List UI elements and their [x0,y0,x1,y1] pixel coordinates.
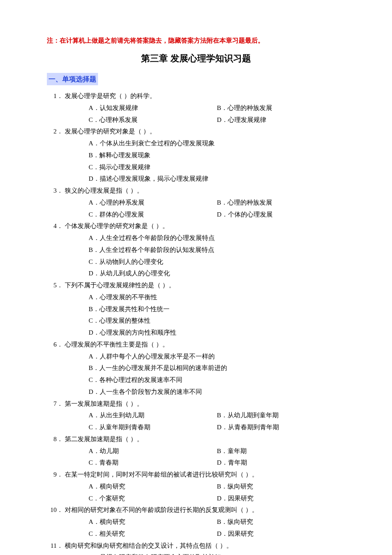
option-key: D． [217,530,228,537]
option: B．心理的种族发展 [217,102,345,114]
question-number: 5． [47,280,65,292]
option: C．从动物到人的心理变化 [89,256,345,268]
options-group: A．认知发展规律B．心理的种族发展C．心理种系发展D．心理发展规律 [47,102,345,126]
option-value: 解释心理发展现象 [99,152,150,159]
options-group: A．人生全过程各个年龄阶段的心理发展特点B．人生全过程各个年龄阶段的认知发展特点… [47,232,345,280]
option-key: B． [217,199,228,206]
option-key: B． [217,483,228,490]
option: D．从青春期到青年期 [217,422,345,434]
hide-answer-note: 注：在计算机上做题之前请先将答案隐去，隐藏答案方法附在本章习题最后。 [47,35,345,47]
option-key: C． [89,164,99,171]
option: A．心理发展的不平衡性 [89,292,345,304]
option-key: C． [89,211,99,218]
option-value: 人一生各个阶段智力发展的速率不同 [100,388,202,395]
option-key: A． [89,353,100,360]
option: A．人生全过程各个年龄阶段的心理发展特点 [89,232,345,244]
option-value: 心理发展的整体性 [99,317,150,324]
option-key: B． [217,412,228,419]
option: A．横向研究 [89,481,217,493]
option-value: 横向研究 [100,483,125,490]
option-key: D． [217,211,228,218]
option-key: B． [89,246,99,253]
option-value: 人生全过程各个年龄阶段的心理发展特点 [100,234,215,241]
option-key: B． [217,518,228,525]
option-key: D． [217,424,228,431]
question-item: 11．横向研究和纵向研究相结合的交叉设计，其特点包括（ ）。A．是横向研究和纵向… [47,540,345,555]
option-key: A． [89,518,100,525]
question-text: 在某一特定时间，同时对不同年龄组的被试者进行比较研究叫（ ）。 [65,469,345,481]
option: B．心理的种族发展 [217,197,345,209]
question-text: 发展心理学的研究对象是（ ）。 [65,126,345,138]
option-value: 揭示心理发展规律 [99,164,150,171]
option-value: 从童年期到青春期 [99,424,150,431]
section-heading-single-choice: 一、单项选择题 [47,73,98,86]
option-value: 青春期 [99,459,118,466]
question-item: 2．发展心理学的研究对象是（ ）。A．个体从出生到衰亡全过程的心理发展现象B．解… [47,126,345,185]
option-key: A． [89,483,100,490]
question-text: 下列不属于心理发展规律性的是（ ）。 [65,280,345,292]
options-group: A．从出生到幼儿期B．从幼儿期到童年期C．从童年期到青春期D．从青春期到青年期 [47,410,345,434]
question-number: 1． [47,90,65,102]
option-value: 人生全过程各个年龄阶段的认知发展特点 [99,246,214,253]
option-key: A． [89,199,100,206]
option: A．横向研究 [89,516,217,528]
option-value: 从出生到幼儿期 [100,412,144,419]
option: A．认知发展规律 [89,102,217,114]
question-number: 11． [47,540,65,552]
option-key: C． [89,459,99,466]
option: A．人群中每个人的心理发展水平是不一样的 [89,351,345,363]
question-text: 对相同的研究对象在不同的年龄或阶段进行长期的反复观测叫（ ）。 [65,504,345,516]
option-key: C． [89,530,99,537]
option-value: 个案研究 [99,495,125,502]
question-number: 10． [47,504,65,516]
chapter-title: 第三章 发展心理学知识习题 [47,50,345,67]
question-text: 第二发展加速期是指（ ）。 [65,434,345,445]
option-key: D． [89,175,100,182]
question-item: 5．下列不属于心理发展规律性的是（ ）。A．心理发展的不平衡性B．心理发展共性和… [47,280,345,339]
option-key: D． [89,329,100,336]
option: C．各种心理过程的发展速率不同 [89,374,345,386]
question-text: 个体发展心理学的研究对象是（ ）。 [65,220,345,232]
option: D．人一生各个阶段智力发展的速率不同 [89,386,345,398]
option-key: B． [217,104,228,111]
option-key: C． [89,317,99,324]
question-item: 9．在某一特定时间，同时对不同年龄组的被试者进行比较研究叫（ ）。A．横向研究B… [47,469,345,504]
option-key: A． [89,294,100,301]
option-value: 人群中每个人的心理发展水平是不一样的 [100,353,215,360]
option-key: A． [89,234,100,241]
option: D．因果研究 [217,528,345,540]
question-text: 狭义的心理发展是指（ ）。 [65,185,345,197]
question-number: 8． [47,434,65,445]
option-value: 个体从出生到衰亡全过程的心理发展现象 [100,140,215,147]
option-key: C． [89,258,99,265]
option-value: 描述心理发展现象，揭示心理发展规律 [100,175,208,182]
option: A．从出生到幼儿期 [89,410,217,422]
option-key: D． [217,116,228,123]
option-value: 人一生的心理发展并不是以相同的速率前进的 [99,364,227,371]
option: D．心理发展规律 [217,114,345,126]
option: C．心理发展的整体性 [89,315,345,327]
question-item: 6．心理发展的不平衡性主要是指（ ）。A．人群中每个人的心理发展水平是不一样的B… [47,339,345,398]
option: B．心理发展共性和个性统一 [89,304,345,315]
option-key: B． [89,152,99,159]
option: D．因果研究 [217,493,345,505]
option: D．从幼儿到成人的心理变化 [89,268,345,280]
option-value: 心理种系发展 [99,116,138,123]
option-value: 群体的心理发展 [99,211,144,218]
option: B．人生全过程各个年龄阶段的认知发展特点 [89,244,345,256]
option: A．心理的种系发展 [89,197,217,209]
option: A．个体从出生到衰亡全过程的心理发展现象 [89,138,345,150]
option: D．描述心理发展现象，揭示心理发展规律 [89,173,345,185]
option-value: 幼儿期 [100,448,119,454]
question-number: 4． [47,220,65,232]
option: D．个体的心理发展 [217,209,345,221]
option-value: 因果研究 [228,530,254,537]
option-key: B． [217,448,228,454]
option-value: 纵向研究 [228,518,253,525]
question-number: 7． [47,398,65,410]
option: B．解释心理发展现象 [89,150,345,162]
option: C．个案研究 [89,493,217,505]
option-value: 心理发展规律 [228,116,266,123]
question-item: 4．个体发展心理学的研究对象是（ ）。A．人生全过程各个年龄阶段的心理发展特点B… [47,220,345,280]
option-key: A． [89,140,100,147]
